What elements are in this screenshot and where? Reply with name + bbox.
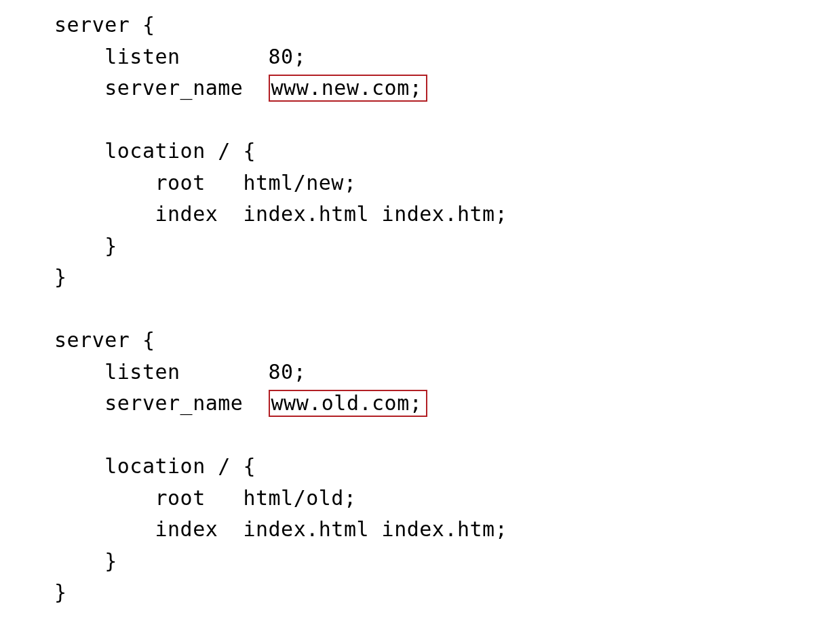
server1-close: } — [54, 265, 67, 289]
server2-loc-close: } — [54, 549, 117, 573]
server2-name-val: www.old.com; — [271, 391, 423, 415]
server1-name-highlight: www.new.com; — [269, 75, 428, 102]
server1-loc-close: } — [54, 234, 117, 258]
server2-name-key: server_name — [54, 391, 269, 415]
server1-name-key: server_name — [54, 76, 269, 100]
server2-index-val: index.html index.htm; — [243, 517, 507, 541]
server2-close: } — [54, 580, 67, 604]
server1-index-val: index.html index.htm; — [243, 202, 507, 226]
server2-name-highlight: www.old.com; — [269, 390, 428, 417]
server1-name-val: www.new.com; — [271, 76, 423, 100]
server2-open: server { — [54, 328, 155, 352]
server2-listen-val: 80; — [269, 360, 307, 384]
server1-root-val: html/new; — [243, 171, 356, 195]
server1-loc-open: location / { — [54, 139, 256, 163]
server1-index-key: index — [54, 202, 243, 226]
server1-listen-val: 80; — [269, 45, 307, 68]
server1-listen-key: listen — [54, 45, 269, 68]
server2-root-val: html/old; — [243, 486, 356, 510]
server2-root-key: root — [54, 486, 243, 510]
server2-listen-key: listen — [54, 360, 269, 384]
nginx-config-snippet: server { listen 80; server_name www.new.… — [0, 0, 814, 609]
server2-loc-open: location / { — [54, 454, 256, 478]
server2-index-key: index — [54, 517, 243, 541]
server1-open: server { — [54, 13, 155, 37]
server1-root-key: root — [54, 171, 243, 195]
